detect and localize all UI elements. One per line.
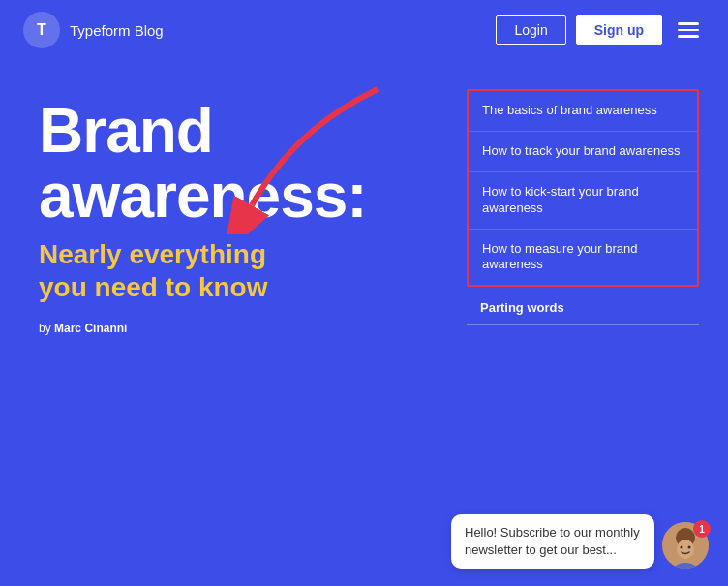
svg-point-5: [681, 546, 683, 549]
notification-badge: 1: [693, 520, 711, 538]
arrow-decoration: [213, 79, 407, 234]
table-of-contents: The basics of brand awareness How to tra…: [467, 79, 699, 525]
brand-name: Typeform Blog: [70, 22, 164, 39]
toc-parting-container: Parting words: [467, 287, 699, 329]
hamburger-menu-icon[interactable]: [672, 16, 705, 44]
logo-icon: T: [23, 12, 60, 48]
svg-point-6: [688, 546, 691, 549]
hero-author: by Marc Cinanni: [39, 322, 467, 335]
signup-button[interactable]: Sign up: [576, 15, 662, 45]
toc-parting-link[interactable]: Parting words: [467, 291, 699, 325]
toc-item-kickstart[interactable]: How to kick-start your brand awareness: [469, 172, 697, 230]
navbar-left: T Typeform Blog: [23, 12, 164, 48]
chat-widget[interactable]: Hello! Subscribe to our monthly newslett…: [451, 514, 709, 569]
navbar-right: Login Sign up: [496, 15, 705, 45]
toc-item-track[interactable]: How to track your brand awareness: [469, 132, 697, 172]
toc-item-basics[interactable]: The basics of brand awareness: [469, 91, 697, 132]
svg-point-3: [677, 540, 694, 559]
hero-section: Brand awareness: Nearly everything you n…: [0, 60, 728, 525]
toc-box: The basics of brand awareness How to tra…: [467, 89, 699, 287]
toc-item-measure[interactable]: How to measure your brand awareness: [469, 230, 697, 286]
navbar: T Typeform Blog Login Sign up: [0, 0, 728, 60]
login-button[interactable]: Login: [496, 15, 565, 45]
hero-subtitle: Nearly everything you need to know: [39, 238, 467, 303]
chat-bubble: Hello! Subscribe to our monthly newslett…: [451, 514, 654, 569]
chat-avatar[interactable]: 1: [662, 522, 709, 569]
